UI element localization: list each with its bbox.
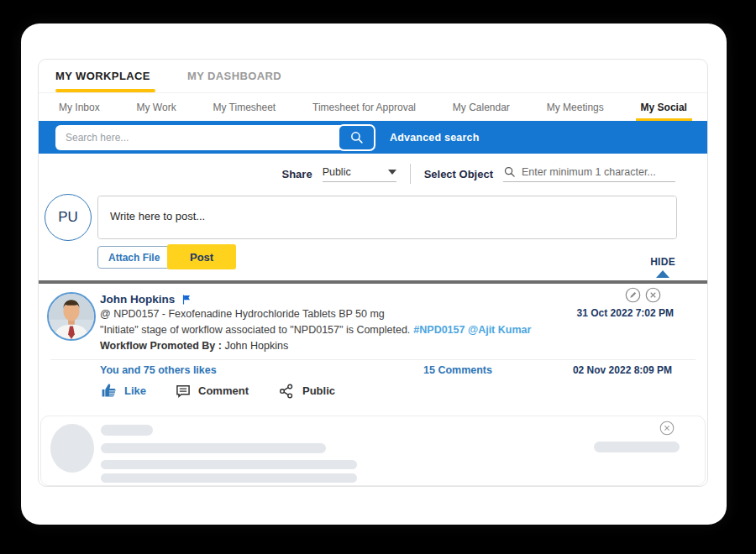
like-button[interactable]: Like [100, 382, 146, 400]
search-toolbar: Advanced search [39, 121, 707, 154]
feed-divider-bar [39, 280, 707, 284]
select-object-label: Select Object [424, 168, 493, 180]
post-controls [625, 287, 661, 303]
post-body: "Initiate" stage of workflow associated … [100, 324, 531, 336]
chevron-down-icon [388, 170, 396, 175]
author-avatar [47, 292, 96, 341]
search-box [55, 125, 375, 150]
comment-label: Comment [198, 384, 249, 397]
attach-file-button[interactable]: Attach File [97, 246, 171, 269]
nav-item-my-meetings[interactable]: My Meetings [547, 102, 604, 113]
author-name[interactable]: John Hopkins [100, 293, 175, 306]
promoted-by-value: John Hopkins [222, 340, 288, 352]
comment-icon [175, 383, 192, 400]
nav-item-my-calendar[interactable]: My Calendar [453, 102, 510, 113]
visibility-button[interactable]: Public [277, 383, 335, 400]
nav-item-my-timesheet[interactable]: My Timesheet [213, 102, 276, 113]
tab-my-workplace[interactable]: MY WORKPLACE [55, 70, 150, 82]
object-search-box [503, 165, 675, 182]
triangle-up-icon [656, 270, 669, 278]
promoted-by-label: Workflow Promoted By : [100, 340, 222, 352]
nav-item-my-inbox[interactable]: My Inbox [59, 102, 100, 113]
hide-label: HIDE [650, 256, 675, 268]
nav-item-my-work[interactable]: My Work [137, 102, 176, 113]
post-composer-input[interactable] [98, 196, 676, 238]
skeleton-bar [101, 473, 357, 483]
post-body-text: "Initiate" stage of workflow associated … [100, 324, 410, 336]
current-user-avatar: PU [45, 194, 92, 241]
post-button[interactable]: Post [167, 244, 236, 269]
activity-timestamp: 02 Nov 2022 8:09 PM [573, 364, 672, 376]
skeleton-bar [101, 425, 153, 436]
skeleton-bar [101, 443, 326, 453]
share-visibility-value: Public [323, 166, 351, 178]
skeleton-bar [594, 442, 680, 452]
comment-button[interactable]: Comment [175, 383, 249, 400]
post-header: John Hopkins [100, 293, 192, 306]
like-label: Like [124, 384, 146, 397]
post-mentions[interactable]: #NPD0157 @Ajit Kumar [413, 324, 531, 336]
loading-post-placeholder [40, 416, 706, 486]
vertical-divider [410, 164, 411, 184]
flag-icon [181, 294, 192, 306]
close-placeholder-icon[interactable] [659, 421, 675, 436]
search-icon [349, 130, 364, 144]
header-tabs: MY WORKPLACE MY DASHBOARD [39, 60, 707, 93]
comments-count[interactable]: 15 Comments [423, 364, 492, 376]
likes-summary[interactable]: You and 75 others likes [100, 364, 217, 376]
app-window: MY WORKPLACE MY DASHBOARD My Inbox My Wo… [21, 24, 727, 525]
share-visibility-select[interactable]: Public [323, 166, 396, 182]
share-nodes-icon [277, 383, 296, 400]
search-input[interactable] [55, 125, 375, 150]
author-photo [49, 294, 94, 339]
post-actions: Like Comment Public [100, 382, 335, 400]
post-timestamp: 31 Oct 2022 7:02 PM [577, 307, 674, 319]
nav-item-timesheet-for-approval[interactable]: Timesheet for Approval [312, 102, 416, 113]
workplace-panel: MY WORKPLACE MY DASHBOARD My Inbox My Wo… [38, 59, 708, 487]
share-label: Share [281, 168, 312, 180]
skeleton-avatar [50, 424, 94, 473]
post-stats-divider [50, 359, 696, 360]
post-subject: @ NPD0157 - Fexofenadine Hydrochloride T… [100, 308, 385, 320]
avatar-initials: PU [58, 209, 78, 226]
hide-feed-toggle[interactable]: HIDE [650, 256, 675, 278]
object-search-input[interactable] [522, 166, 675, 178]
post-composer-box [97, 196, 677, 239]
share-controls: Share Public Select Object [281, 164, 675, 184]
skeleton-bar [101, 460, 357, 469]
search-button[interactable] [338, 124, 375, 151]
advanced-search-link[interactable]: Advanced search [390, 132, 480, 144]
nav-item-my-social[interactable]: My Social [641, 102, 687, 113]
visibility-label: Public [302, 384, 335, 397]
object-search-icon [503, 165, 516, 178]
section-nav: My Inbox My Work My Timesheet Timesheet … [39, 93, 707, 121]
workflow-promoted-line: Workflow Promoted By : John Hopkins [100, 340, 288, 352]
tab-my-dashboard[interactable]: MY DASHBOARD [187, 70, 281, 82]
thumb-up-icon [100, 382, 118, 400]
edit-post-icon[interactable] [625, 287, 641, 303]
close-post-icon[interactable] [645, 287, 661, 303]
